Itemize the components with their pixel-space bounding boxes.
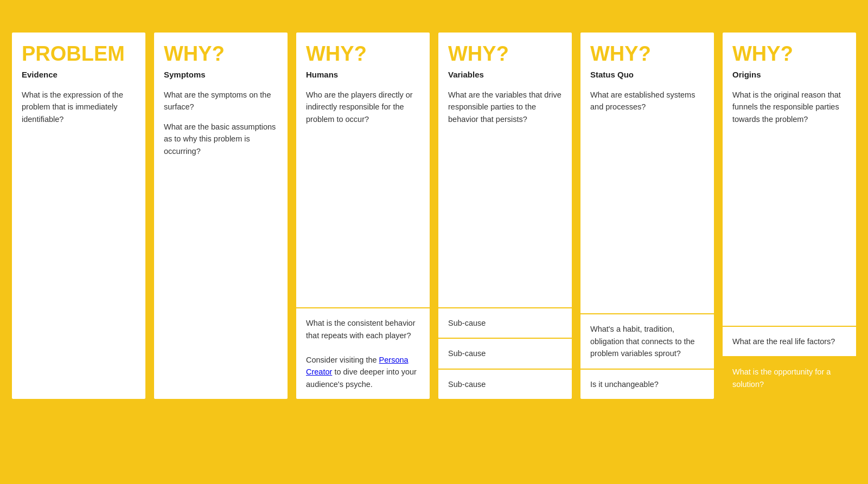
column-title-why4: WHY? — [590, 42, 704, 66]
column-text-why2-0: Who are the players directly or indirect… — [306, 89, 420, 125]
column-text-why5-0: What is the original reason that funnels… — [732, 89, 846, 125]
column-header-why2: WHY?Humans — [296, 33, 430, 89]
column-body-problem: What is the expression of the problem th… — [12, 89, 145, 399]
column-body-why1: What are the symptoms on the surface?Wha… — [154, 89, 288, 399]
column-subtitle-why4: Status Quo — [590, 70, 704, 79]
column-subtitle-why3: Variables — [448, 70, 562, 79]
columns-wrapper: PROBLEMEvidenceWhat is the expression of… — [11, 31, 857, 400]
sub-section-text-why3-0: Sub-cause — [448, 317, 562, 329]
sub-section-text-why4-1: Is it unchangeable? — [590, 378, 704, 390]
sub-section-why5-1: What is the opportunity for a solution? — [723, 356, 856, 399]
column-header-why3: WHY?Variables — [438, 33, 572, 89]
column-text-problem-0: What is the expression of the problem th… — [22, 89, 136, 125]
column-text-why1-0: What are the symptoms on the surface? — [164, 89, 278, 113]
sub-section-why5-0: What are the real life factors? — [723, 326, 856, 356]
column-why1: WHY?SymptomsWhat are the symptoms on the… — [153, 31, 289, 400]
column-text-why1-1: What are the basic assumptions as to why… — [164, 121, 278, 157]
sub-section-why4-1: Is it unchangeable? — [580, 369, 714, 399]
column-header-why1: WHY?Symptoms — [154, 33, 288, 89]
column-subtitle-why5: Origins — [732, 70, 846, 79]
column-body-why5: What is the original reason that funnels… — [723, 89, 856, 326]
column-why4: WHY?Status QuoWhat are established syste… — [579, 31, 715, 400]
column-why2: WHY?HumansWho are the players directly o… — [295, 31, 431, 400]
column-subtitle-why2: Humans — [306, 70, 420, 79]
column-text-why4-0: What are established systems and process… — [590, 89, 704, 113]
column-title-why3: WHY? — [448, 42, 562, 66]
sub-section-text-why3-2: Sub-cause — [448, 378, 562, 390]
persona-creator-link[interactable]: Persona Creator — [306, 356, 409, 376]
column-header-problem: PROBLEMEvidence — [12, 33, 145, 89]
column-why3: WHY?VariablesWhat are the variables that… — [437, 31, 573, 400]
sub-section-text-why2-0: What is the consistent behavior that rep… — [306, 317, 420, 390]
column-text-why3-0: What are the variables that drive respon… — [448, 89, 562, 125]
sub-section-text-why4-0: What's a habit, tradition, obligation th… — [590, 323, 704, 359]
column-body-why4: What are established systems and process… — [580, 89, 714, 313]
sub-section-why3-0: Sub-cause — [438, 307, 572, 338]
column-title-why1: WHY? — [164, 42, 278, 66]
column-title-why2: WHY? — [306, 42, 420, 66]
column-problem: PROBLEMEvidenceWhat is the expression of… — [11, 31, 146, 400]
sub-section-why3-1: Sub-cause — [438, 338, 572, 368]
column-subtitle-why1: Symptoms — [164, 70, 278, 79]
column-body-why3: What are the variables that drive respon… — [438, 89, 572, 307]
main-content: PROBLEMEvidenceWhat is the expression of… — [0, 26, 868, 416]
sub-section-why3-2: Sub-cause — [438, 369, 572, 399]
column-header-why5: WHY?Origins — [723, 33, 856, 89]
column-body-why2: Who are the players directly or indirect… — [296, 89, 430, 307]
sub-section-text-why3-1: Sub-cause — [448, 347, 562, 359]
column-why5: WHY?OriginsWhat is the original reason t… — [722, 31, 857, 400]
column-title-why5: WHY? — [732, 42, 846, 66]
column-title-problem: PROBLEM — [22, 42, 136, 66]
column-header-why4: WHY?Status Quo — [580, 33, 714, 89]
sub-section-text-why5-1: What is the opportunity for a solution? — [732, 366, 846, 390]
column-subtitle-problem: Evidence — [22, 70, 136, 79]
sub-section-why2-0: What is the consistent behavior that rep… — [296, 307, 430, 399]
page-header — [0, 0, 868, 26]
sub-section-why4-0: What's a habit, tradition, obligation th… — [580, 313, 714, 368]
sub-section-text-why5-0: What are the real life factors? — [732, 335, 846, 347]
